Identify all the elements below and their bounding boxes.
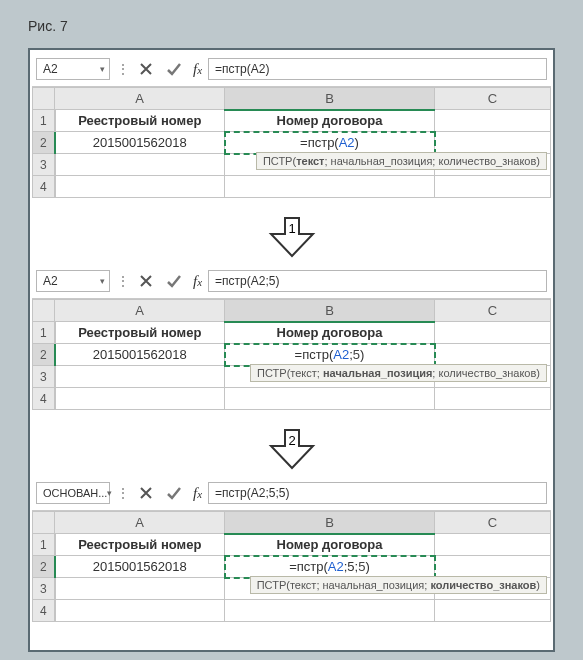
- cell-B2[interactable]: =пстр(A2;5): [225, 344, 435, 366]
- cell-A2[interactable]: 2015001562018: [55, 556, 225, 578]
- cancel-icon[interactable]: [137, 272, 155, 290]
- formula-bar: A2 ▾ ⋮ fx =пстр(A2;5): [32, 266, 551, 299]
- select-all-corner[interactable]: [33, 512, 55, 534]
- formula-input[interactable]: =пстр(A2;5): [208, 270, 547, 292]
- row-header-1[interactable]: 1: [33, 110, 55, 132]
- row-header-2[interactable]: 2: [33, 344, 55, 366]
- fx-icon[interactable]: fx: [193, 485, 202, 502]
- cell-C1[interactable]: [435, 534, 551, 556]
- formula-input[interactable]: =пстр(A2;5;5): [208, 482, 547, 504]
- separator-icon: ⋮: [116, 273, 131, 289]
- col-header-B[interactable]: B: [225, 300, 435, 322]
- cell-B1[interactable]: Номер договора: [225, 534, 435, 556]
- name-box-value: A2: [43, 274, 58, 288]
- col-header-C[interactable]: C: [435, 512, 551, 534]
- cancel-icon[interactable]: [137, 60, 155, 78]
- panel-step1: A2 ▾ ⋮ fx =пстр(A2) A B C 1 Реестровый н…: [32, 54, 551, 210]
- fx-icon[interactable]: fx: [193, 61, 202, 78]
- name-box-value: A2: [43, 62, 58, 76]
- cell-A1[interactable]: Реестровый номер: [55, 322, 225, 344]
- formula-bar: A2 ▾ ⋮ fx =пстр(A2): [32, 54, 551, 87]
- function-tooltip: ПСТР(текст; начальная_позиция; количеств…: [32, 364, 551, 382]
- svg-text:1: 1: [288, 221, 295, 236]
- name-box[interactable]: ОСНОВАН... ▾: [36, 482, 110, 504]
- col-header-B[interactable]: B: [225, 88, 435, 110]
- fx-icon[interactable]: fx: [193, 273, 202, 290]
- col-header-A[interactable]: A: [55, 512, 225, 534]
- row-header-1[interactable]: 1: [33, 534, 55, 556]
- arrow-step-1: 1: [32, 216, 551, 260]
- separator-icon: ⋮: [116, 61, 131, 77]
- col-header-B[interactable]: B: [225, 512, 435, 534]
- cell-A1[interactable]: Реестровый номер: [55, 110, 225, 132]
- row-header-2[interactable]: 2: [33, 556, 55, 578]
- cell-C2[interactable]: [435, 132, 551, 154]
- figure-frame: A2 ▾ ⋮ fx =пстр(A2) A B C 1 Реестровый н…: [28, 48, 555, 652]
- cell-C2[interactable]: [435, 344, 551, 366]
- cell-C1[interactable]: [435, 110, 551, 132]
- row-header-2[interactable]: 2: [33, 132, 55, 154]
- name-box-value: ОСНОВАН...: [43, 487, 107, 499]
- formula-text: =пстр(A2;5): [215, 274, 279, 288]
- row-header-1[interactable]: 1: [33, 322, 55, 344]
- cancel-icon[interactable]: [137, 484, 155, 502]
- col-header-C[interactable]: C: [435, 300, 551, 322]
- cell-A2[interactable]: 2015001562018: [55, 132, 225, 154]
- select-all-corner[interactable]: [33, 300, 55, 322]
- arrow-step-2: 2: [32, 428, 551, 472]
- col-header-C[interactable]: C: [435, 88, 551, 110]
- formula-bar: ОСНОВАН... ▾ ⋮ fx =пстр(A2;5;5): [32, 478, 551, 511]
- separator-icon: ⋮: [116, 485, 131, 501]
- select-all-corner[interactable]: [33, 88, 55, 110]
- col-header-A[interactable]: A: [55, 300, 225, 322]
- name-box[interactable]: A2 ▾: [36, 58, 110, 80]
- cell-B1[interactable]: Номер договора: [225, 322, 435, 344]
- cell-B2[interactable]: =пстр(A2): [225, 132, 435, 154]
- col-header-A[interactable]: A: [55, 88, 225, 110]
- accept-icon[interactable]: [165, 272, 183, 290]
- function-tooltip: ПСТР(текст; начальная_позиция; количеств…: [32, 576, 551, 594]
- accept-icon[interactable]: [165, 60, 183, 78]
- accept-icon[interactable]: [165, 484, 183, 502]
- cell-A2[interactable]: 2015001562018: [55, 344, 225, 366]
- cell-A1[interactable]: Реестровый номер: [55, 534, 225, 556]
- cell-B2[interactable]: =пстр(A2;5;5): [225, 556, 435, 578]
- name-box[interactable]: A2 ▾: [36, 270, 110, 292]
- formula-text: =пстр(A2): [215, 62, 269, 76]
- dropdown-icon[interactable]: ▾: [100, 64, 105, 74]
- svg-text:2: 2: [288, 433, 295, 448]
- panel-step3: ОСНОВАН... ▾ ⋮ fx =пстр(A2;5;5) A B C 1 …: [32, 478, 551, 634]
- formula-text: =пстр(A2;5;5): [215, 486, 289, 500]
- panel-step2: A2 ▾ ⋮ fx =пстр(A2;5) A B C 1 Реестровый…: [32, 266, 551, 422]
- cell-C2[interactable]: [435, 556, 551, 578]
- cell-C1[interactable]: [435, 322, 551, 344]
- figure-caption: Рис. 7: [28, 18, 555, 34]
- function-tooltip: ПСТР(текст; начальная_позиция; количеств…: [32, 152, 551, 170]
- formula-input[interactable]: =пстр(A2): [208, 58, 547, 80]
- cell-B1[interactable]: Номер договора: [225, 110, 435, 132]
- dropdown-icon[interactable]: ▾: [100, 276, 105, 286]
- dropdown-icon[interactable]: ▾: [107, 488, 112, 498]
